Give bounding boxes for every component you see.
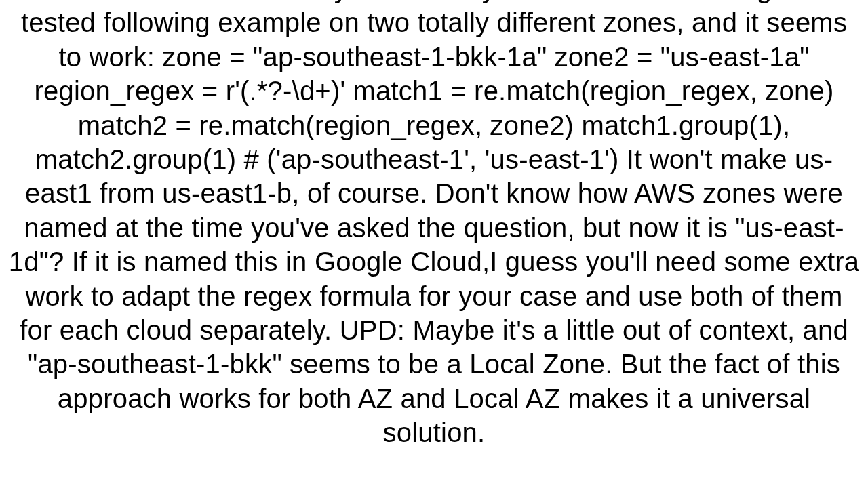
document-body-text: one more solution. The only correct way … [3, 0, 865, 449]
